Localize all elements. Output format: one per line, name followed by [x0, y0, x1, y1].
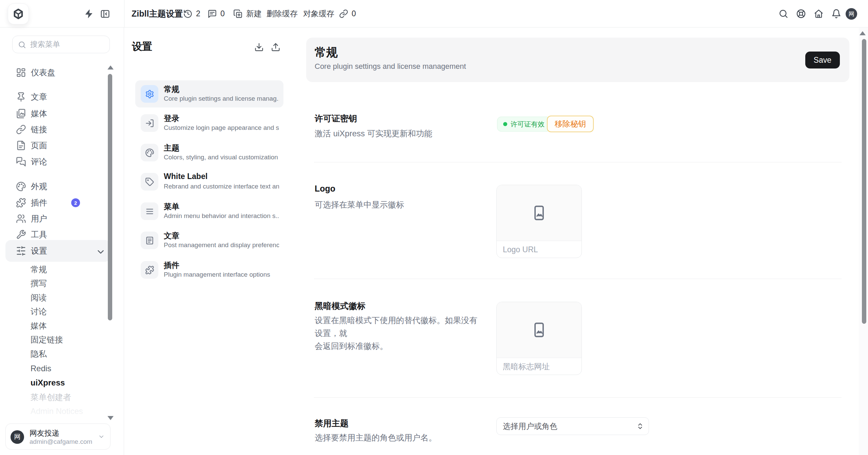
- disable-theme-label: 禁用主题: [315, 418, 349, 429]
- dark-logo-upload-dropzone[interactable]: [497, 302, 581, 358]
- sidebar-scrollbar[interactable]: [108, 74, 112, 320]
- settings-item-login[interactable]: 登录 Customize login page appearance and s…: [135, 110, 283, 137]
- tag-icon: [141, 173, 158, 191]
- submenu-admin-notices[interactable]: Admin Notices: [31, 405, 83, 417]
- image-placeholder-icon: [530, 204, 548, 222]
- revisions-count: 2: [196, 9, 200, 18]
- sidebar-item-users[interactable]: 用户: [16, 211, 47, 227]
- history-icon: [183, 9, 193, 19]
- sidebar-item-label: 工具: [31, 229, 47, 240]
- settings-item-plugins[interactable]: 插件 Plugin management interface options: [135, 256, 283, 283]
- status-dot: [503, 122, 507, 126]
- settings-item-desc: Rebrand and customize interface text an.…: [164, 183, 279, 190]
- revisions-counter[interactable]: 2: [183, 0, 200, 27]
- clear-cache-button[interactable]: 删除缓存: [267, 0, 298, 27]
- links-count: 0: [352, 9, 356, 18]
- sidebar-item-settings[interactable]: 设置: [5, 240, 111, 262]
- comments-counter[interactable]: 0: [208, 0, 225, 27]
- page-scroll-up-arrow[interactable]: [860, 31, 866, 35]
- search-icon[interactable]: [778, 9, 788, 19]
- submenu-privacy[interactable]: 隐私: [31, 348, 47, 360]
- sidebar-item-media[interactable]: 媒体: [16, 105, 47, 122]
- settings-item-title: White Label: [164, 172, 208, 181]
- sidebar-item-comments[interactable]: 评论: [16, 154, 47, 170]
- plugins-update-badge: 2: [71, 198, 80, 207]
- user-avatar[interactable]: 网: [846, 8, 857, 20]
- sidebar-item-label: 文章: [31, 92, 47, 102]
- submenu-writing[interactable]: 撰写: [31, 277, 47, 290]
- import-download-icon[interactable]: [254, 42, 264, 52]
- zap-icon[interactable]: [84, 9, 94, 19]
- sidebar-scroll-down-arrow[interactable]: [107, 416, 114, 420]
- page-scrollbar[interactable]: [862, 39, 866, 324]
- settings-item-desc: Post management and display preferenc...: [164, 241, 279, 249]
- disable-theme-select[interactable]: 选择用户或角色: [496, 417, 649, 435]
- wrench-icon: [16, 230, 26, 240]
- new-button[interactable]: 新建: [233, 0, 262, 27]
- log-in-icon: [141, 114, 158, 132]
- logo-url-field: [497, 241, 581, 258]
- sidebar-item-label: 外观: [31, 181, 47, 192]
- section-header-card: 常规 Core plugin settings and license mana…: [306, 38, 849, 82]
- settings-item-theme[interactable]: 主题 Colors, styling, and visual customiza…: [135, 139, 283, 166]
- dark-logo-label: 黑暗模式徽标: [315, 300, 366, 312]
- settings-item-desc: Customize login page appearance and s...: [164, 124, 279, 132]
- pin-icon: [16, 92, 26, 102]
- submenu-media[interactable]: 媒体: [31, 320, 47, 332]
- links-counter[interactable]: 0: [339, 0, 356, 27]
- settings-item-white-label[interactable]: White Label Rebrand and customize interf…: [135, 168, 283, 195]
- sidebar-search: [12, 36, 110, 53]
- puzzle-icon: [141, 261, 158, 279]
- sidebar-item-plugins[interactable]: 插件 2: [16, 195, 47, 211]
- gear-icon: [141, 85, 158, 103]
- dark-logo-url-input[interactable]: [503, 362, 575, 371]
- submenu-discussion[interactable]: 讨论: [31, 305, 47, 318]
- help-lifebuoy-icon[interactable]: [796, 9, 806, 19]
- divider: [314, 279, 842, 279]
- submenu-menu-creator[interactable]: 菜单创建者: [31, 391, 71, 403]
- sidebar-item-links[interactable]: 链接: [16, 121, 47, 138]
- export-upload-icon[interactable]: [271, 42, 280, 52]
- remove-license-button[interactable]: 移除秘钥: [547, 116, 594, 132]
- sidebar-item-pages[interactable]: 页面: [16, 137, 47, 154]
- submenu-permalinks[interactable]: 固定链接: [31, 334, 63, 346]
- image-placeholder-icon: [530, 321, 548, 339]
- logo-upload-dropzone[interactable]: [497, 185, 581, 241]
- submenu-reading[interactable]: 阅读: [31, 292, 47, 304]
- settings-panel-title: 设置: [132, 40, 152, 54]
- panel-toggle-icon[interactable]: [100, 9, 110, 19]
- site-logo[interactable]: [8, 3, 29, 24]
- search-input[interactable]: [30, 36, 106, 53]
- home-icon[interactable]: [814, 9, 824, 19]
- license-valid-badge: 许可证有效: [497, 117, 551, 132]
- sidebar-scroll-up-arrow[interactable]: [107, 65, 114, 70]
- logo-upload-card: [496, 185, 582, 258]
- logo-desc: 可选择在菜单中显示徽标: [315, 198, 404, 211]
- license-key-label: 许可证密钥: [315, 113, 357, 124]
- save-button[interactable]: Save: [805, 52, 840, 68]
- license-valid-label: 许可证有效: [511, 120, 545, 129]
- settings-item-posts[interactable]: 文章 Post management and display preferenc…: [135, 227, 283, 254]
- sidebar-item-appearance[interactable]: 外观: [16, 178, 47, 195]
- settings-item-menu[interactable]: 菜单 Admin menu behavior and interaction s…: [135, 198, 283, 225]
- comments-icon: [16, 157, 26, 167]
- sidebar-user-card[interactable]: 网 网友投递 admin@cafgame.com: [5, 423, 111, 450]
- sidebar-item-dashboard[interactable]: 仪表盘: [16, 64, 55, 81]
- settings-item-title: 插件: [164, 260, 179, 271]
- topbar-divider: [124, 0, 124, 27]
- logo-url-input[interactable]: [503, 245, 575, 254]
- submenu-general[interactable]: 常规: [31, 263, 47, 276]
- avatar: 网: [11, 430, 24, 444]
- sidebar-item-posts[interactable]: 文章: [16, 89, 47, 105]
- link-icon: [16, 124, 26, 135]
- object-cache-button[interactable]: 对象缓存: [303, 0, 334, 27]
- submenu-uixpress[interactable]: uiXpress: [31, 377, 65, 389]
- dark-logo-desc: 设置在黑暗模式下使用的替代徽标。如果没有设置，就 会返回到标准徽标。: [315, 314, 481, 353]
- bell-icon[interactable]: [831, 9, 841, 19]
- user-name: 网友投递: [29, 428, 59, 438]
- settings-item-general[interactable]: 常规 Core plugin settings and license mana…: [135, 80, 283, 107]
- settings-item-desc: Core plugin settings and license manag..…: [164, 95, 279, 102]
- license-key-desc: 激活 uiXpress 可实现更新和功能: [315, 127, 432, 140]
- submenu-redis[interactable]: Redis: [31, 362, 51, 375]
- select-placeholder: 选择用户或角色: [503, 421, 557, 432]
